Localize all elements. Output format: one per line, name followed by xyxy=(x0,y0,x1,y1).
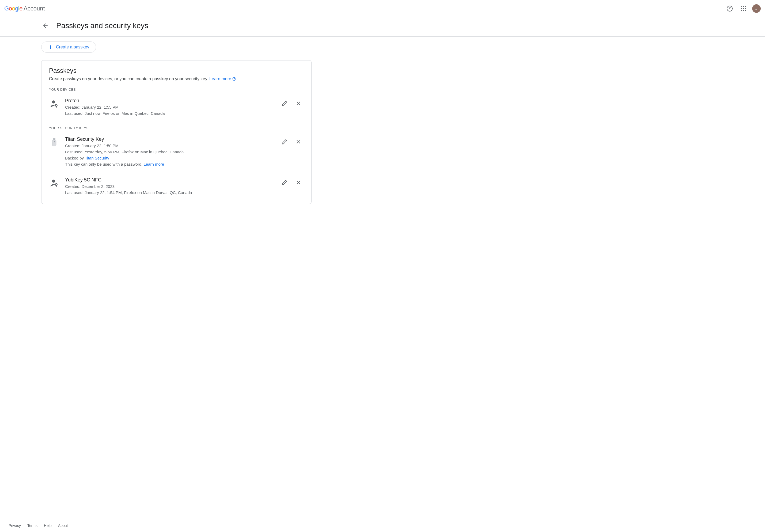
edit-button[interactable] xyxy=(279,137,290,147)
security-key-name: Titan Security Key xyxy=(65,137,274,142)
security-key-actions xyxy=(279,137,304,147)
passkey-actions xyxy=(279,98,304,109)
titan-security-link[interactable]: Titan Security xyxy=(85,156,109,160)
apps-grid-icon[interactable] xyxy=(738,3,749,14)
back-arrow-icon[interactable] xyxy=(40,20,51,31)
security-key-created: Created: January 22, 1:50 PM xyxy=(65,143,274,149)
pencil-icon xyxy=(282,100,288,106)
person-key-icon xyxy=(49,178,60,189)
pencil-icon xyxy=(282,139,288,145)
security-key-info: YubiKey 5C NFC Created: December 2, 2023… xyxy=(65,177,274,196)
create-passkey-label: Create a passkey xyxy=(56,45,89,50)
section-your-devices: YOUR DEVICES xyxy=(49,88,304,92)
security-key-note: This key can only be used with a passwor… xyxy=(65,161,274,167)
svg-rect-15 xyxy=(53,138,55,140)
svg-point-5 xyxy=(741,8,742,9)
security-key-created: Created: December 2, 2023 xyxy=(65,183,274,190)
security-key-last-used: Last used: January 22, 1:54 PM, Firefox … xyxy=(65,190,274,196)
edit-button[interactable] xyxy=(279,177,290,188)
passkey-row: Proton Created: January 22, 1:55 PM Last… xyxy=(49,95,304,124)
svg-point-7 xyxy=(745,8,746,9)
security-key-backed-by: Backed by Titan Security xyxy=(65,155,274,161)
svg-point-2 xyxy=(741,6,742,7)
passkey-name: Proton xyxy=(65,98,274,104)
delete-button[interactable] xyxy=(293,177,304,188)
passkey-created: Created: January 22, 1:55 PM xyxy=(65,104,274,110)
passkey-info: Proton Created: January 22, 1:55 PM Last… xyxy=(65,98,274,117)
svg-point-3 xyxy=(743,6,744,7)
delete-button[interactable] xyxy=(293,98,304,109)
help-icon[interactable] xyxy=(724,3,735,14)
svg-point-13 xyxy=(52,100,55,103)
svg-point-17 xyxy=(54,141,55,142)
card-title: Passkeys xyxy=(49,67,304,74)
close-icon xyxy=(296,180,302,186)
security-key-actions xyxy=(279,177,304,188)
section-your-security-keys: YOUR SECURITY KEYS xyxy=(49,126,304,130)
security-key-info: Titan Security Key Created: January 22, … xyxy=(65,137,274,168)
avatar[interactable]: J xyxy=(752,4,761,13)
security-key-last-used: Last used: Yesterday, 5:56 PM, Firefox o… xyxy=(65,149,274,155)
logo-block: Google Account xyxy=(4,5,45,12)
content-area: Create a passkey Passkeys Create passkey… xyxy=(41,37,312,204)
svg-point-8 xyxy=(741,10,742,11)
page-title: Passkeys and security keys xyxy=(56,21,148,30)
svg-point-6 xyxy=(743,8,744,9)
security-key-name: YubiKey 5C NFC xyxy=(65,177,274,183)
create-passkey-button[interactable]: Create a passkey xyxy=(41,42,96,53)
learn-more-password-link[interactable]: Learn more xyxy=(144,162,164,167)
passkeys-card: Passkeys Create passkeys on your devices… xyxy=(41,60,312,204)
security-key-row: Titan Security Key Created: January 22, … xyxy=(49,134,304,175)
google-logo: Google xyxy=(4,5,22,12)
svg-point-10 xyxy=(745,10,746,11)
top-bar: Google Account J xyxy=(0,0,765,17)
titan-key-icon xyxy=(49,137,60,148)
edit-button[interactable] xyxy=(279,98,290,109)
plus-icon xyxy=(48,44,53,50)
security-key-row: YubiKey 5C NFC Created: December 2, 2023… xyxy=(49,175,304,199)
svg-point-9 xyxy=(743,10,744,11)
passkey-last-used: Last used: Just now, Firefox on Mac in Q… xyxy=(65,110,274,116)
account-text: Account xyxy=(24,5,45,12)
close-icon xyxy=(296,139,302,145)
top-bar-actions: J xyxy=(724,3,761,14)
page-header: Passkeys and security keys xyxy=(0,17,765,37)
help-circle-icon xyxy=(232,77,236,81)
person-key-icon xyxy=(49,99,60,109)
svg-point-4 xyxy=(745,6,746,7)
svg-rect-16 xyxy=(52,140,56,146)
close-icon xyxy=(296,100,302,106)
learn-more-link[interactable]: Learn more xyxy=(209,77,236,81)
svg-point-1 xyxy=(729,10,730,10)
pencil-icon xyxy=(282,180,288,186)
delete-button[interactable] xyxy=(293,137,304,147)
card-description: Create passkeys on your devices, or you … xyxy=(49,77,304,81)
svg-point-18 xyxy=(52,180,55,183)
